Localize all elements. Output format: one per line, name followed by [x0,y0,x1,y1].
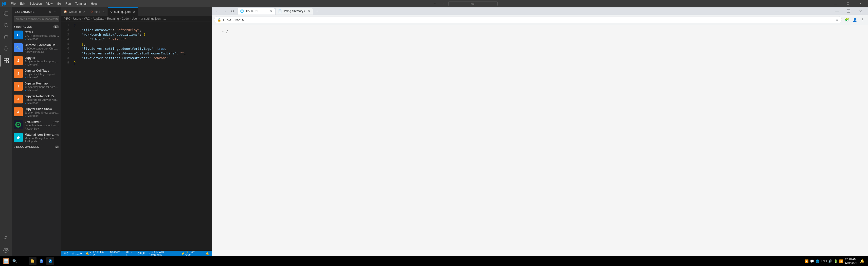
star-icon[interactable]: ☆ [835,18,839,22]
activity-git[interactable] [0,31,12,43]
status-git-branch[interactable]: ⑂ 0 [63,251,69,256]
tray-volume[interactable]: 🔊 [828,259,832,263]
tab-close-welcome[interactable]: × [83,10,85,13]
profile-icon[interactable]: 👤 [851,16,858,23]
url-input[interactable] [223,18,834,22]
status-notifications[interactable]: 🔔 0 [85,251,92,256]
browser-tab-close-1[interactable]: × [270,9,272,13]
ext-item-live-server[interactable]: Live Server Launch a development local S… [12,119,61,132]
lang-indicator[interactable]: ENG [821,260,827,263]
tab-welcome[interactable]: 🏠 Welcome × [61,7,88,16]
taskbar-notification-center[interactable]: 🔔 [858,257,866,265]
activity-debug[interactable] [0,43,12,55]
taskbar-vscode-icon[interactable] [46,257,54,265]
menu-selection[interactable]: Selection [28,1,44,6]
extensions-icon[interactable]: 🧩 [843,16,850,23]
tab-html[interactable]: ⬡ html × [88,7,108,16]
installed-section-header[interactable]: ▾ INSTALLED 13 [12,24,61,29]
status-line-ending[interactable]: CRLF [136,251,146,256]
tab-close-html[interactable]: × [102,10,104,13]
ext-item-chrome[interactable]: 🔧 Chrome Extension Developer Tools VSCod… [12,42,61,55]
code-content[interactable]: { "files.autoSave": "afterDelay", "workb… [71,22,209,251]
ext-desc-cpp: C/C++ IntelliSense, debugging, and... [25,34,59,37]
breadcrumb-code[interactable]: Code [122,17,129,21]
browser-minimize[interactable]: — [831,8,842,14]
status-live-server[interactable]: ⚡ ⚡ Port: 5500 [180,251,203,256]
close-button[interactable]: ✕ [855,0,866,7]
menu-view[interactable]: View [44,1,55,6]
recommended-section-header[interactable]: ▸ RECOMMENDED 3 [12,144,61,149]
activity-account[interactable] [0,233,12,244]
nav-back-btn[interactable]: ← [432,1,438,6]
activity-search[interactable] [0,19,12,31]
maximize-button[interactable]: ❐ [842,0,854,7]
activity-settings[interactable] [0,244,12,256]
taskbar-chrome-icon[interactable] [37,257,45,265]
status-bell[interactable]: 🔔 [205,251,210,256]
taskbar-clock[interactable]: 12:18 AM 12/9/2024 [844,257,857,265]
browser-refresh-btn[interactable]: ↻ [229,8,236,14]
tray-chevron[interactable]: 🔼 [805,259,809,263]
breadcrumb-yrc2[interactable]: YRC [84,17,90,21]
browser-forward-btn[interactable]: → [221,8,228,14]
new-tab-button[interactable]: + [314,8,320,14]
tab-settings[interactable]: ⚙ settings.json × [108,7,138,16]
ext-icon-cpp: C [14,31,23,39]
recommended-chevron-icon: ▸ [14,145,15,148]
taskbar-widgets-icon[interactable]: 🗂 [20,257,28,265]
browser-tab-1[interactable]: 🌐 127.0.0.1 × [238,8,275,14]
verified-icon-jupyter-renderers: ✔ [25,102,27,104]
tab-icon-html: ⬡ [91,10,93,13]
status-spaces[interactable]: Spaces: 4 [109,251,123,256]
menu-run[interactable]: Run [63,1,73,6]
tab-close-settings[interactable]: × [133,10,135,13]
status-errors[interactable]: ⚠ 1 △ 0 [71,251,83,256]
breadcrumb-users[interactable]: Users [73,17,81,21]
ext-item-jupyter-cell[interactable]: J Jupyter Cell Tags Jupyter Cell Tags su… [12,67,61,80]
activity-explorer[interactable] [0,7,12,19]
taskbar: 🪟 🔍 🗂 [0,256,868,266]
breadcrumb-settingsjson[interactable]: ⚙ settings.json [141,17,160,21]
menu-terminal[interactable]: Terminal [73,1,88,6]
ext-name-jupyter-slideshow: Jupyter Slide Show [25,107,59,111]
ext-item-material-icon[interactable]: ◆ Material Icon Theme Material Design Ic… [12,132,61,144]
ext-item-jupyter-slideshow[interactable]: J Jupyter Slide Show Jupyter Slide Show … [12,106,61,119]
status-encoding[interactable]: UTF-8 [125,251,135,256]
status-language[interactable]: {} JSON with Comments [148,251,178,256]
browser-tab-close-2[interactable]: × [308,9,310,13]
taskbar-search-icon[interactable]: 🔍 [11,257,19,265]
start-button[interactable]: 🪟 [2,257,10,265]
breadcrumb-roaming[interactable]: Roaming [107,17,119,21]
nav-forward-btn[interactable]: → [440,1,446,6]
menu-edit[interactable]: Edit [18,1,27,6]
menu-file[interactable]: File [9,1,18,6]
browser-tab-2[interactable]: 📄 listing directory / × [276,8,313,14]
tray-wifi[interactable]: 📶 [839,259,843,263]
extensions-search-input[interactable] [14,16,59,22]
activity-extensions[interactable] [0,55,12,67]
filter-button[interactable]: ⋯ [53,9,58,14]
breadcrumb-appdata[interactable]: AppData [93,17,104,21]
browser-close[interactable]: ✕ [855,8,866,14]
breadcrumb-ellipsis[interactable]: ... [163,17,166,21]
tray-network[interactable]: 🌐 [815,259,819,263]
browser-maximize[interactable]: ❐ [843,8,854,14]
menu-help[interactable]: Help [89,1,99,6]
status-cursor-pos[interactable]: Ln 9, Col 2 [92,251,107,256]
tray-battery[interactable]: 🔋 [834,259,838,263]
taskbar-files-icon[interactable] [29,257,36,265]
refresh-button[interactable]: ↻ [48,9,52,14]
tray-chat[interactable]: 💬 [810,259,814,263]
browser-back-btn[interactable]: ← [214,8,221,14]
menu-go[interactable]: Go [55,1,63,6]
ext-item-jupyter-renderers[interactable]: J Jupyter Notebook Renderers Renderers f… [12,93,61,106]
ext-item-jupyter[interactable]: J Jupyter Jupyter notebook support, inte… [12,55,61,67]
title-search-input[interactable] [448,1,498,6]
filter-icon[interactable]: ⚙ [56,18,58,21]
minimize-button[interactable]: — [830,0,841,7]
ext-item-jupyter-keymap[interactable]: J Jupyter Keymap Jupyter keymaps for not… [12,80,61,93]
ext-item-cpp[interactable]: C C/C++ C/C++ IntelliSense, debugging, a… [12,29,61,42]
breadcrumb-yrc[interactable]: YRC [64,17,70,21]
breadcrumb-user[interactable]: User [132,17,138,21]
more-options-icon[interactable]: ⋮ [859,16,866,23]
